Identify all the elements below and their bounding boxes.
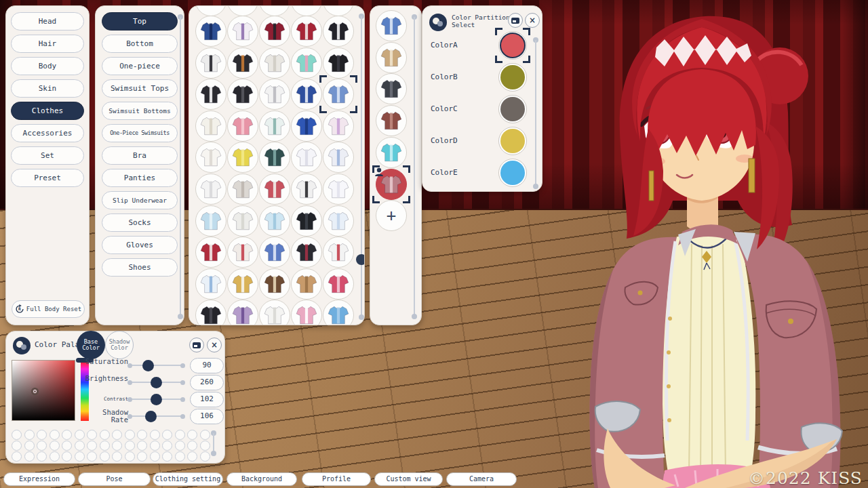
saved-color-slot[interactable] — [24, 430, 35, 440]
item-thumb[interactable] — [323, 110, 354, 142]
slider-handle-saturation[interactable] — [142, 360, 154, 371]
item-thumb-partial[interactable] — [195, 5, 226, 16]
toolbar-expression[interactable]: Expression — [3, 472, 75, 486]
subcategory-top[interactable]: Top — [102, 12, 178, 30]
toolbar-custom-view[interactable]: Custom view — [374, 472, 443, 486]
subcategory-swimsuit-bottoms[interactable]: Swimsuit Bottoms — [102, 102, 178, 120]
saved-color-slot[interactable] — [112, 430, 122, 440]
item-thumb[interactable] — [291, 300, 322, 325]
item-thumb[interactable] — [227, 268, 258, 300]
item-thumb[interactable] — [195, 205, 226, 237]
subcategory-scrollbar[interactable] — [180, 17, 181, 317]
item-thumb[interactable] — [195, 237, 226, 268]
item-thumb[interactable] — [227, 79, 258, 110]
partition-scrollbar[interactable] — [535, 40, 536, 186]
item-thumb[interactable] — [195, 142, 226, 173]
item-thumb[interactable] — [323, 268, 354, 300]
saved-color-slot[interactable] — [100, 441, 110, 451]
item-thumb[interactable] — [291, 110, 322, 142]
tab-base-color[interactable]: Base Color — [77, 331, 105, 359]
subcategory-socks[interactable]: Socks — [102, 214, 178, 232]
window-button[interactable] — [189, 338, 204, 352]
item-thumb[interactable] — [195, 300, 226, 325]
grid-scroll-thumb[interactable] — [356, 254, 365, 265]
item-thumb[interactable] — [227, 174, 258, 205]
saved-color-slot[interactable] — [24, 441, 35, 451]
category-body[interactable]: Body — [11, 57, 84, 75]
item-thumb[interactable] — [195, 16, 226, 47]
item-thumb-partial[interactable] — [323, 5, 354, 16]
color-field[interactable] — [12, 360, 75, 421]
subcategory-bottom[interactable]: Bottom — [102, 35, 178, 53]
subcategory-slip-underwear[interactable]: Slip Underwear — [102, 191, 178, 209]
item-thumb[interactable] — [227, 142, 258, 173]
category-hair[interactable]: Hair — [11, 35, 84, 53]
saved-color-slot[interactable] — [175, 430, 185, 440]
saved-color-slot[interactable] — [150, 451, 160, 462]
grid-scroll-bottom[interactable] — [359, 314, 364, 320]
saved-color-slot[interactable] — [37, 441, 47, 451]
swatch-scroll-bottom[interactable] — [211, 451, 216, 456]
saved-color-slot[interactable] — [75, 451, 85, 462]
add-variant-button[interactable]: + — [376, 200, 407, 231]
item-thumb[interactable] — [291, 79, 322, 110]
item-thumb[interactable] — [195, 174, 226, 205]
toolbar-background[interactable]: Background — [226, 472, 297, 486]
subcategory-scroll-bottom[interactable] — [178, 314, 183, 319]
slider-track-saturation[interactable] — [130, 365, 182, 366]
item-thumb[interactable] — [291, 47, 322, 79]
slider-value-contrast[interactable]: 102 — [190, 392, 224, 407]
color-field-cursor[interactable] — [31, 388, 39, 395]
item-thumb[interactable] — [259, 268, 290, 300]
item-thumb[interactable] — [291, 16, 322, 47]
color-swatch-colord[interactable] — [498, 127, 527, 155]
saved-color-slot[interactable] — [50, 451, 60, 462]
slider-handle-shadow-rate[interactable] — [145, 411, 157, 422]
item-thumb[interactable] — [195, 47, 226, 79]
category-accessories[interactable]: Accessories — [11, 124, 84, 142]
saved-color-slot[interactable] — [200, 441, 210, 451]
slider-handle-brightness[interactable] — [151, 377, 162, 388]
item-thumb[interactable] — [227, 16, 258, 47]
close-icon[interactable]: × — [207, 338, 222, 352]
saved-color-slot[interactable] — [137, 451, 147, 462]
strip-scroll-bottom[interactable] — [412, 314, 417, 319]
item-thumb[interactable] — [195, 268, 226, 300]
subcategory-one-piece-swimsuits[interactable]: One-Piece Swimsuits — [102, 124, 178, 142]
item-thumb[interactable] — [259, 79, 290, 110]
outfit-variant[interactable] — [376, 137, 407, 168]
color-swatch-colora[interactable] — [498, 31, 527, 60]
partition-scroll-bottom[interactable] — [533, 184, 538, 189]
color-swatch-colorb[interactable] — [498, 63, 527, 92]
item-thumb[interactable] — [323, 174, 354, 205]
subcategory-one-piece[interactable]: One-piece — [102, 57, 178, 75]
item-thumb[interactable] — [323, 47, 354, 79]
item-thumb[interactable] — [323, 237, 354, 268]
toolbar-clothing-setting[interactable]: Clothing setting — [153, 472, 223, 486]
item-thumb[interactable] — [259, 47, 290, 79]
subcategory-shoes[interactable]: Shoes — [102, 258, 178, 277]
category-skin[interactable]: Skin — [11, 79, 84, 98]
item-thumb[interactable] — [259, 205, 290, 237]
saved-color-slot[interactable] — [87, 451, 97, 462]
item-thumb[interactable] — [259, 174, 290, 205]
saved-color-slot[interactable] — [150, 430, 160, 440]
item-thumb-partial[interactable] — [227, 5, 258, 16]
saved-color-slot[interactable] — [75, 430, 85, 440]
item-thumb[interactable] — [195, 110, 226, 142]
saved-color-slot[interactable] — [100, 451, 110, 462]
tab-shadow-color[interactable]: Shadow Color — [105, 331, 134, 359]
item-thumb[interactable] — [323, 205, 354, 237]
item-thumb[interactable] — [291, 268, 322, 300]
saved-color-slot[interactable] — [187, 441, 197, 451]
color-swatch-colorc[interactable] — [498, 95, 527, 123]
saved-color-slot[interactable] — [162, 441, 172, 451]
saved-color-slot[interactable] — [175, 451, 185, 462]
saved-color-slot[interactable] — [12, 451, 22, 462]
saved-color-slot[interactable] — [200, 451, 210, 462]
saved-color-slot[interactable] — [125, 451, 135, 462]
saved-color-slot[interactable] — [187, 430, 197, 440]
slider-handle-contrast[interactable] — [151, 394, 162, 405]
saved-color-slot[interactable] — [62, 441, 72, 451]
saved-color-slot[interactable] — [112, 451, 122, 462]
